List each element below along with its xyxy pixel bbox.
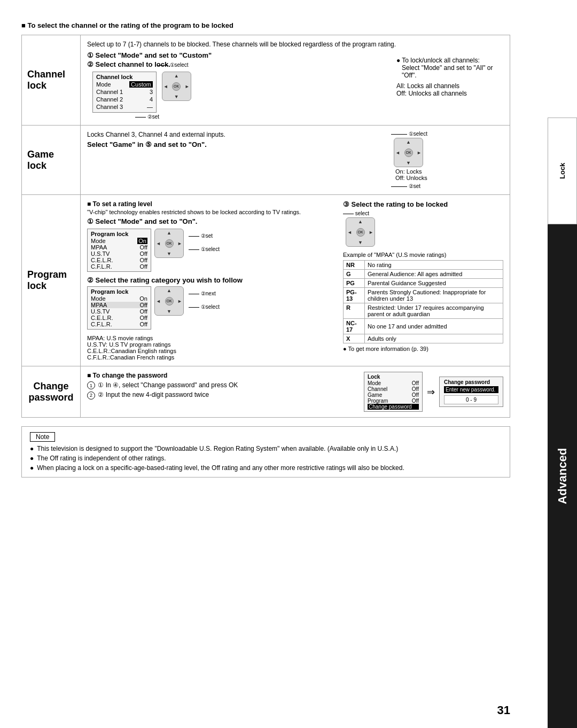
game-lock-right-on: On: Locks [395,168,427,175]
program-lock-step1: ① Select "Mode" and set to "On". [87,217,338,225]
note-section: Note ● This television is designed to su… [21,426,510,477]
program-lock-remote3: OK ▲ ▼ ◄ ► [346,217,375,247]
lock-sidebar-label: Lock [548,118,577,224]
program-lock-set-rating-desc: "V-chip" technology enables restricted s… [87,209,338,215]
program-lock-remote1: OK ▲ ▼ ◄ ► [154,229,184,258]
program-lock-annotation-set: ②set [201,233,213,239]
change-password-menu: Lock ModeOff ChannelOff GameOff ProgramO… [364,372,423,412]
section-header: ■ To select the channel or the rating of… [21,21,510,29]
channel-lock-right-note3: All: Locks all channels [396,82,503,90]
program-lock-annotation-select1: ①select [201,246,220,252]
program-lock-footer-note3: C.E.L.R.:Canadian English ratings [87,348,338,354]
channel-lock-step1: ① Select "Mode" and set to "Custom" [87,51,386,59]
channel-lock-step2: ② Select channel to lock. [87,60,386,68]
change-password-header: ■ To change the password [87,372,353,379]
program-lock-mpaa-example: Example of "MPAA" (U.S movie ratings) [343,252,503,258]
channel-lock-right-note4: Off: Unlocks all channels [396,90,503,97]
program-lock-menu2: Program lock ModeOn MPAAOff U.S.TVOff C.… [87,286,151,330]
note-title: Note [30,432,55,442]
program-lock-step2-header: ② Select the rating category you wish to… [87,276,338,284]
channel-lock-right-note2: Select "Mode" and set to "All" or "Off". [402,64,503,79]
game-lock-step: Select "Game" in ⑤ and set to "On". [87,140,386,148]
program-lock-step3-select: select [355,210,369,216]
note-item-3: When placing a lock on a specific-age-ba… [37,464,404,472]
channel-lock-menu: Channel lock ModeCustom Channel 13 [92,72,157,113]
change-password-step1: 1 ① In ④, select "Change password" and p… [87,381,353,389]
note-item-1: This television is designed to support t… [37,445,398,452]
program-lock-step3-header: ③ Select the rating to be locked [343,200,503,208]
program-lock-footer-note1: MPAA: U.S movie ratings [87,335,338,341]
game-lock-right-off: Off: Unlocks [395,175,427,181]
page-number: 31 [497,703,510,717]
channel-lock-label: Channel lock [22,35,81,125]
program-lock-footer-note4: C.F.L.R.:Canadian French ratings [87,354,338,361]
program-lock-remote2: OK ▲ ▼ ◄ ► [154,286,184,316]
game-lock-label: Game lock [22,126,81,194]
change-password-enter-box: Change password Enter new password. 0 - … [439,377,503,407]
program-lock-set-rating-header: ■ To set a rating level [87,200,338,208]
change-password-step2: 2 ② Input the new 4-digit password twice [87,391,353,399]
channel-lock-annotation-select: ①select [170,62,189,68]
channel-lock-intro: Select up to 7 (1-7) channels to be bloc… [87,41,503,48]
channel-lock-right-note1: ● To lock/unlock all channels: [396,57,503,64]
game-lock-annotation-set: ②set [409,183,420,189]
program-lock-footer-note2: U.S.TV: U.S TV program ratings [87,341,338,348]
game-lock-description: Locks Channel 3, Channel 4 and external … [87,131,386,138]
channel-lock-remote: OK ▲ ▼ ◄ ► [162,72,191,101]
game-lock-remote: OK ▲ ▼ ◄ ► [394,138,423,167]
channel-lock-annotation-set: ②set [147,114,159,120]
change-password-label: Changepassword [22,366,81,417]
program-lock-annotation-next: ②next [201,291,216,296]
advanced-sidebar-label: Advanced [548,224,577,728]
program-lock-more-info: ● To get more information (p. 39) [343,346,503,352]
game-lock-annotation-select: ①select [409,131,427,137]
note-item-2: The Off rating is independent of other r… [37,455,166,462]
program-lock-annotation-select2: ①select [201,304,220,310]
ratings-table: NR No rating G General Audience: All age… [343,260,503,343]
program-lock-label: Program lock [22,195,81,366]
program-lock-menu1: Program lock ModeOn MPAAOff U.S.TVOff C.… [87,229,151,272]
